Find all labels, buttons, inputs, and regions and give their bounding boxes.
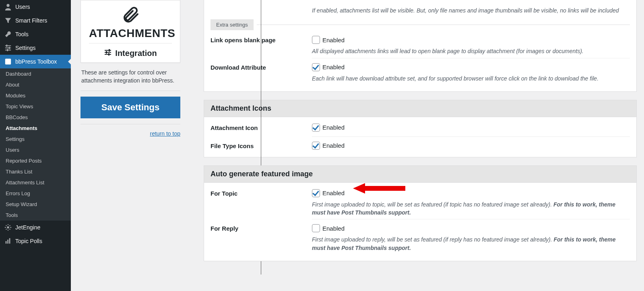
submenu-attachments-list[interactable]: Attachments List <box>0 177 71 188</box>
filter-icon <box>4 17 12 24</box>
submenu-bbpress: Dashboard About Modules Topic Views BBCo… <box>0 68 71 221</box>
submenu-thanks-list[interactable]: Thanks List <box>0 166 71 177</box>
heading-attachment-icons: Attachment Icons <box>204 100 636 117</box>
svg-rect-7 <box>5 59 11 64</box>
svg-rect-4 <box>6 45 8 47</box>
sliders-icon <box>4 44 12 52</box>
page-subtitle: Integration <box>115 49 157 58</box>
svg-rect-15 <box>109 49 110 52</box>
svg-point-8 <box>7 226 9 228</box>
label-for-reply: For Reply <box>211 224 312 254</box>
panel-extra-settings: If enabled, attachments list will be vis… <box>204 0 637 92</box>
submenu-topic-views[interactable]: Topic Views <box>0 101 71 112</box>
svg-rect-16 <box>106 51 107 54</box>
submenu-about[interactable]: About <box>0 79 71 90</box>
checkbox-label: Enabled <box>322 37 345 43</box>
submenu-attachments[interactable]: Attachments <box>0 123 71 134</box>
checkbox-label: Enabled <box>322 225 345 232</box>
sidebar-item-tools[interactable]: Tools <box>0 27 71 41</box>
submenu-dashboard[interactable]: Dashboard <box>0 68 71 79</box>
submenu-bbcodes[interactable]: BBCodes <box>0 112 71 123</box>
svg-rect-5 <box>9 47 10 49</box>
sidebar-item-topic-polls[interactable]: Topic Polls <box>0 234 71 248</box>
sidebar-item-label: JetEngine <box>15 224 40 231</box>
label-file-type-icons: File Type Icons <box>211 142 312 150</box>
submenu-tools[interactable]: Tools <box>0 210 71 221</box>
panel-attachment-icons: Attachment Icons Attachment Icon Enabled… <box>204 100 637 157</box>
submenu-setup-wizard[interactable]: Setup Wizard <box>0 199 71 210</box>
help-hide-links: If enabled, attachments list will be vis… <box>312 6 630 14</box>
svg-rect-2 <box>5 47 11 48</box>
svg-rect-1 <box>5 45 11 46</box>
help-for-reply: First image uploaded to reply, will be s… <box>312 235 630 252</box>
label-for-topic: For Topic <box>211 189 312 220</box>
checkbox-for-topic[interactable] <box>312 189 320 197</box>
submenu-reported-posts[interactable]: Reported Posts <box>0 155 71 166</box>
sidebar-item-label: Tools <box>15 31 29 37</box>
wrench-icon <box>4 31 12 38</box>
sidebar-item-settings[interactable]: Settings <box>0 41 71 55</box>
svg-rect-14 <box>105 54 111 55</box>
help-link-blank: All displayed attachments links will lea… <box>312 47 630 55</box>
fieldset-extra-settings: Extra settings <box>211 19 254 30</box>
sidebar-item-label: Smart Filters <box>15 17 47 24</box>
admin-sidebar: Users Smart Filters Tools Settings bbPre… <box>0 0 71 291</box>
svg-rect-11 <box>9 238 10 244</box>
svg-rect-10 <box>7 239 8 244</box>
help-download-attr: Each link will have download attribute s… <box>312 74 630 83</box>
svg-rect-13 <box>105 52 111 53</box>
label-attachment-icon: Attachment Icon <box>211 124 312 137</box>
sidebar-item-label: Topic Polls <box>15 238 42 244</box>
checkbox-file-type-icons[interactable] <box>312 142 320 150</box>
sidebar-item-label: Settings <box>15 45 36 51</box>
sidebar-item-smart-filters[interactable]: Smart Filters <box>0 14 71 27</box>
sidebar-item-label: Users <box>15 4 30 10</box>
checkbox-download-attr[interactable] <box>312 63 320 71</box>
sidebar-item-label: bbPress Toolbox <box>15 58 57 65</box>
page-description: These are settings for control over atta… <box>81 68 180 85</box>
gear-icon <box>4 224 12 231</box>
label-download-attr: Download Attribute <box>211 63 312 84</box>
submenu-settings[interactable]: Settings <box>0 134 71 144</box>
sliders-icon <box>104 48 112 58</box>
checkbox-for-reply[interactable] <box>312 224 320 232</box>
submenu-modules[interactable]: Modules <box>0 90 71 101</box>
heading-featured-image: Auto generate featured image <box>204 166 636 183</box>
checkbox-attachment-icon[interactable] <box>312 124 320 132</box>
save-settings-button[interactable]: Save Settings <box>80 97 180 118</box>
sidebar-item-jetengine[interactable]: JetEngine <box>0 221 71 234</box>
bars-icon <box>4 237 12 245</box>
submenu-errors-log[interactable]: Errors Log <box>0 188 71 199</box>
checkbox-link-blank[interactable] <box>312 36 320 44</box>
help-for-topic: First image uploaded to topic, will be s… <box>312 200 630 217</box>
sidebar-item-users[interactable]: Users <box>0 0 71 14</box>
svg-rect-9 <box>6 241 7 244</box>
svg-rect-6 <box>7 49 8 51</box>
submenu-users[interactable]: Users <box>0 144 71 155</box>
panel-featured-image: Auto generate featured image For Topic E… <box>204 165 637 261</box>
return-to-top-link[interactable]: return to top <box>150 130 181 137</box>
svg-rect-17 <box>108 53 109 56</box>
page-title: ATTACHMENTS <box>89 27 172 40</box>
user-icon <box>4 3 12 10</box>
paperclip-icon <box>89 5 172 25</box>
svg-point-0 <box>6 4 9 7</box>
sidebar-item-bbpress-toolbox[interactable]: bbPress Toolbox <box>0 55 71 68</box>
page-summary-card: ATTACHMENTS Integration <box>80 0 180 63</box>
box-icon <box>4 58 12 65</box>
svg-rect-12 <box>105 50 111 51</box>
label-link-blank: Link opens blank page <box>211 36 312 58</box>
checkbox-label: Enabled <box>322 124 345 131</box>
checkbox-label: Enabled <box>322 142 345 149</box>
checkbox-label: Enabled <box>322 64 345 70</box>
checkbox-label: Enabled <box>322 190 345 196</box>
